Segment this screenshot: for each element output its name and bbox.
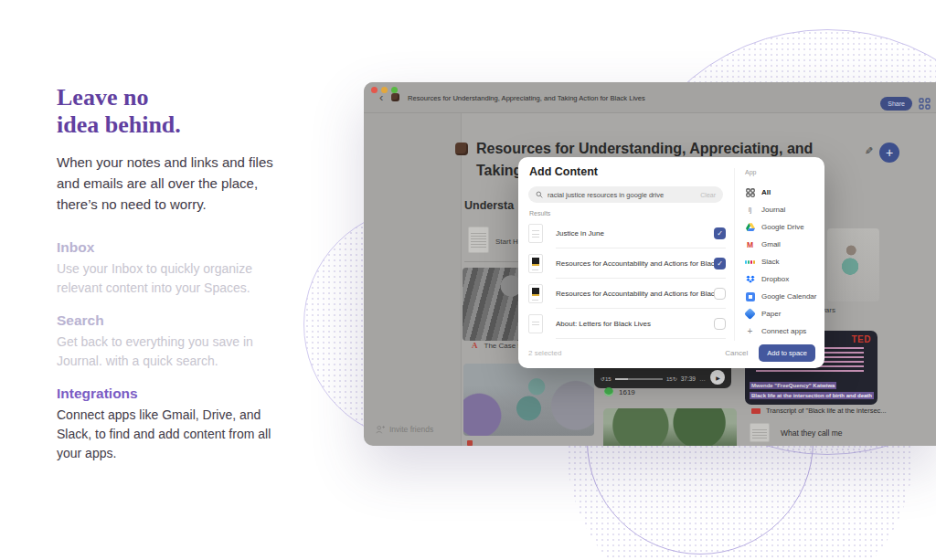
add-content-modal: Add Content racial justice resources in … [518,157,824,368]
hero-heading-line1: Leave no [57,84,331,111]
spotify-item-row[interactable]: 1619 [604,387,635,396]
more-options-icon[interactable]: … [699,375,707,383]
search-icon [536,191,543,198]
what-they-call-me-label: What they call me [781,428,843,442]
feature-search[interactable]: Search Get back to everything you save i… [57,312,291,371]
checkbox-unchecked[interactable] [714,288,726,300]
edit-icon[interactable]: ✎ [865,145,873,157]
checkbox-checked[interactable]: ✓ [714,258,726,269]
red-source-icon [467,440,473,446]
result-title: Justice in June [556,229,714,238]
window-title: Resources for Understanding, Appreciatin… [408,94,645,102]
play-button[interactable]: ▶ [710,370,725,385]
results-list: Justice in June ✓ Resources for Accounta… [528,218,726,339]
atlantic-logo-icon: A [472,341,478,350]
search-input[interactable]: racial justice resources in google drive… [528,186,723,203]
transcript-row[interactable]: Transcript of "Black life at the interse… [751,407,887,415]
app-nav-sidebar: Invite friends [364,113,462,446]
fist-icon [391,93,399,101]
feature-integrations-title: Integrations [57,386,291,402]
journal-icon: ſj [745,205,755,215]
feature-search-title: Search [57,312,291,329]
progress-bar[interactable] [615,378,663,380]
start-here-thumbnail[interactable] [468,227,489,253]
result-title: About: Letters for Black Lives [556,320,714,328]
filter-paper[interactable]: Paper [745,305,820,322]
rewind-15-icon[interactable]: ↺15 [601,375,612,383]
window-titlebar: ‹ Resources for Understanding, Appreciat… [364,82,936,113]
result-row[interactable]: Resources for Accountability and Actions… [528,279,726,309]
divider [464,261,519,262]
filter-journal[interactable]: ſj Journal [745,201,820,218]
cancel-button[interactable]: Cancel [725,349,748,357]
spotify-item-label: 1619 [619,388,635,396]
result-row[interactable]: Resources for Accountability and Actions… [528,248,726,279]
space-title-line1: Resources for Understanding, Appreciatin… [476,141,897,157]
hero-heading-line2: idea behind. [57,111,331,139]
hero-section: Leave no idea behind. When your notes an… [57,84,331,215]
feature-inbox[interactable]: Inbox Use your Inbox to quickly organize… [57,239,291,298]
results-label: Results [529,210,550,217]
checkbox-checked[interactable]: ✓ [714,227,726,239]
what-they-call-me-row[interactable]: What they call me [750,423,843,442]
modal-footer: 2 selected Cancel Add to space [528,343,815,362]
traffic-light-buttons[interactable] [371,87,398,93]
trees-photo-card[interactable] [603,408,737,446]
time-remaining: 37:39 [681,375,696,383]
ted-title-caption: Black life at the intersection of birth … [750,392,874,399]
atlantic-article-row[interactable]: A The Case fo [472,341,524,350]
invite-friends-button[interactable]: Invite friends [376,425,433,434]
spotify-icon [604,387,613,396]
clear-search-button[interactable]: Clear [700,192,716,198]
protest-photo-card[interactable] [463,364,594,436]
feature-inbox-body: Use your Inbox to quickly organize relev… [57,259,291,298]
app-filter-label: App [745,169,820,184]
feature-integrations-body: Connect apps like Gmail, Drive, and Slac… [57,406,291,463]
feature-integrations[interactable]: Integrations Connect apps like Gmail, Dr… [57,386,291,463]
app-filter-list: App All ſj Journal Google Drive M Gmail [745,169,820,340]
feature-inbox-title: Inbox [57,239,291,256]
selected-count: 2 selected [528,349,561,357]
doc-icon [528,254,543,273]
add-content-button[interactable]: + [879,143,899,163]
invite-friends-label: Invite friends [389,425,433,434]
filter-google-drive[interactable]: Google Drive [745,218,820,236]
ted-speaker-caption: Mwende "FreeQuency" Katwiwa [750,382,836,389]
filter-slack[interactable]: Slack [745,253,820,270]
page: Leave no idea behind. When your notes an… [0,0,936,560]
result-title: Resources for Accountability and Actions… [556,290,714,298]
result-row[interactable]: About: Letters for Black Lives [528,309,726,339]
modal-divider [734,168,735,341]
paper-icon [745,309,755,319]
grid-view-icon[interactable] [919,97,931,109]
doc-icon [528,224,543,243]
slack-icon [745,257,755,267]
plus-icon: + [745,326,755,336]
transcript-label: Transcript of "Black life at the interse… [766,407,887,415]
doc-icon [528,284,543,303]
result-row[interactable]: Justice in June ✓ [528,218,726,248]
feature-search-body: Get back to everything you save in Journ… [57,333,291,371]
filter-gmail[interactable]: M Gmail [745,236,820,253]
add-to-space-button[interactable]: Add to space [759,344,815,362]
filter-google-calendar[interactable]: Google Calendar [745,288,820,305]
hero-heading: Leave no idea behind. [57,84,331,139]
result-title: Resources for Accountability and Actions… [556,259,714,268]
filter-all[interactable]: All [745,184,820,201]
ted-mini-icon [751,408,760,414]
gmail-icon: M [745,239,755,249]
back-button[interactable]: ‹ [379,90,383,104]
modal-title: Add Content [529,165,598,178]
google-calendar-icon [745,291,755,301]
app-window: ‹ Resources for Understanding, Appreciat… [364,82,936,446]
section-heading: Understa [464,199,514,212]
doc-icon [528,314,543,333]
filter-dropbox[interactable]: Dropbox [745,270,820,288]
forward-15-icon[interactable]: 15↻ [666,375,677,383]
fist-icon-large [455,143,468,155]
connect-apps-button[interactable]: + Connect apps [745,322,820,340]
ted-logo: TED [852,334,872,344]
person-photo-card[interactable] [827,228,879,301]
checkbox-unchecked[interactable] [714,318,726,330]
share-button[interactable]: Share [880,97,912,111]
